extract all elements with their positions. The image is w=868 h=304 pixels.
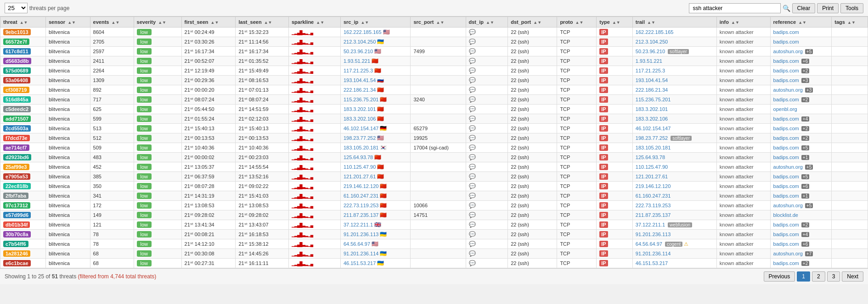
threat-badge[interactable]: 30b70c8a <box>3 231 31 238</box>
trail-link[interactable]: 91.201.236.114 <box>636 251 671 256</box>
trail-link[interactable]: 91.201.236.113 <box>636 232 671 237</box>
trail-link[interactable]: 115.236.75.201 <box>636 97 671 102</box>
trail-link[interactable]: 162.222.185.165 <box>636 29 674 35</box>
src-ip-link[interactable]: 125.64.93.78 <box>344 155 373 160</box>
dst-ip-comment-icon[interactable]: 💬 <box>469 48 476 55</box>
threat-badge[interactable]: 22ec818b <box>3 183 31 189</box>
trail-link[interactable]: 211.87.235.137 <box>636 212 671 218</box>
threat-badge[interactable]: 97c17312 <box>3 202 30 209</box>
src-ip-link[interactable]: 183.3.202.106 <box>344 116 376 122</box>
dst-ip-comment-icon[interactable]: 💬 <box>469 96 476 103</box>
col-src-port[interactable]: src_port ▲▼ <box>411 17 466 28</box>
reference-link[interactable]: badips.com <box>773 183 799 189</box>
trail-link[interactable]: 121.201.27.61 <box>636 174 668 179</box>
src-ip-link[interactable]: 183.3.202.101 <box>344 106 376 112</box>
src-ip-link[interactable]: 1.93.51.221 <box>344 58 370 64</box>
src-ip-link[interactable]: 193.104.41.54 <box>344 77 376 83</box>
src-ip-link[interactable]: 219.146.12.120 <box>344 183 378 189</box>
src-ip-link[interactable]: 115.236.75.201 <box>344 97 378 102</box>
src-ip-link[interactable]: 162.222.185.165 <box>344 29 382 35</box>
search-icon[interactable]: 🔍 <box>783 5 790 12</box>
reference-link[interactable]: badips.com <box>773 29 799 35</box>
threat-badge[interactable]: ae714cf7 <box>3 144 29 151</box>
threat-badge[interactable]: add71507 <box>3 116 31 122</box>
prev-button[interactable]: Previous <box>764 271 795 282</box>
dst-ip-comment-icon[interactable]: 💬 <box>469 87 476 93</box>
page-3-button[interactable]: 3 <box>827 271 840 282</box>
trail-link[interactable]: 222.186.21.34 <box>636 87 668 93</box>
dst-ip-comment-icon[interactable]: 💬 <box>469 116 476 122</box>
reference-link[interactable]: badips.com <box>773 232 799 237</box>
threat-badge[interactable]: f7dcd73e <box>3 135 30 141</box>
print-button[interactable]: Print <box>817 3 839 13</box>
search-input[interactable] <box>689 3 781 13</box>
col-reference[interactable]: reference ▲▼ <box>770 17 832 28</box>
trail-link[interactable]: 183.3.202.106 <box>636 116 668 122</box>
threat-badge[interactable]: 53a06408 <box>3 77 30 83</box>
reference-link[interactable]: badips.com <box>773 116 799 122</box>
trail-link[interactable]: 183.105.20.181 <box>636 145 671 150</box>
dst-ip-comment-icon[interactable]: 💬 <box>469 135 476 141</box>
dst-ip-comment-icon[interactable]: 💬 <box>469 29 476 35</box>
src-ip-link[interactable]: 121.201.27.61 <box>344 174 376 179</box>
trail-link[interactable]: 50.23.96.210 <box>636 49 665 54</box>
dst-ip-comment-icon[interactable]: 💬 <box>469 212 476 218</box>
reference-link[interactable]: autoshun.org <box>773 203 803 208</box>
threat-badge[interactable]: d5683d8b <box>3 58 31 64</box>
dst-ip-comment-icon[interactable]: 💬 <box>469 193 476 199</box>
col-first-seen[interactable]: first_seen ▲▼ <box>181 17 236 28</box>
reference-link[interactable]: badips.com <box>773 155 799 160</box>
threat-badge[interactable]: e7905a53 <box>3 173 30 180</box>
threat-badge[interactable]: db01b34f <box>3 221 30 228</box>
dst-ip-comment-icon[interactable]: 💬 <box>469 241 476 247</box>
reference-link[interactable]: badips.com <box>773 126 799 131</box>
col-dst-port[interactable]: dst_port ▲▼ <box>508 17 557 28</box>
trail-link[interactable]: 46.151.53.217 <box>636 260 668 266</box>
src-ip-link[interactable]: 46.102.154.147 <box>344 126 378 131</box>
reference-link[interactable]: blocklist.de <box>773 212 798 218</box>
reference-link[interactable]: badips.com <box>773 174 799 179</box>
dst-ip-comment-icon[interactable]: 💬 <box>469 231 476 238</box>
reference-link[interactable]: autoshun.org <box>773 251 803 256</box>
threat-badge[interactable]: 66572e7f <box>3 39 29 45</box>
src-ip-link[interactable]: 212.3.104.250 <box>344 39 376 44</box>
trail-link[interactable]: 1.93.51.221 <box>636 58 662 64</box>
trail-link[interactable]: 183.3.202.101 <box>636 106 668 112</box>
reference-link[interactable]: badips.com <box>773 260 799 266</box>
trail-link[interactable]: 193.104.41.54 <box>636 77 668 83</box>
reference-link[interactable]: autoshun.org <box>773 87 803 93</box>
dst-ip-comment-icon[interactable]: 💬 <box>469 260 476 266</box>
dst-ip-comment-icon[interactable]: 💬 <box>469 173 476 180</box>
reference-link[interactable]: badips.com <box>773 145 799 150</box>
tools-button[interactable]: Tools <box>840 3 863 13</box>
threat-badge[interactable]: c5deedc2 <box>3 106 31 112</box>
threat-badge[interactable]: 1a281246 <box>3 250 30 257</box>
threat-badge[interactable]: e57d99d6 <box>3 212 31 218</box>
dst-ip-comment-icon[interactable]: 💬 <box>469 58 476 64</box>
threat-badge[interactable]: 9ebc1013 <box>3 29 31 35</box>
col-info[interactable]: info ▲▼ <box>716 17 770 28</box>
reference-link[interactable]: badips.com <box>773 58 799 64</box>
src-ip-link[interactable]: 117.21.225.3 <box>344 68 373 73</box>
src-ip-link[interactable]: 183.105.20.181 <box>344 145 378 150</box>
trail-link[interactable]: 222.73.119.253 <box>636 203 671 208</box>
trail-link[interactable]: 64.56.64.97 <box>636 241 662 247</box>
trail-link[interactable]: 219.146.12.120 <box>636 183 671 189</box>
col-trail[interactable]: trail ▲▼ <box>632 17 716 28</box>
col-sparkline[interactable]: sparkline ▲▼ <box>288 17 340 28</box>
threat-badge[interactable]: 575d0689 <box>3 67 31 74</box>
dst-ip-comment-icon[interactable]: 💬 <box>469 67 476 74</box>
threat-badge[interactable]: 2fbf7aba <box>3 193 28 199</box>
trail-link[interactable]: 117.21.225.3 <box>636 68 665 73</box>
src-ip-link[interactable]: 37.122.211.1 <box>344 222 373 227</box>
reference-link[interactable]: autoshun.org <box>773 164 803 170</box>
threat-badge[interactable]: 617c8d11 <box>3 48 31 55</box>
threat-badge[interactable]: 2cd5503a <box>3 125 31 132</box>
src-ip-link[interactable]: 211.87.235.137 <box>344 212 378 218</box>
dst-ip-comment-icon[interactable]: 💬 <box>469 125 476 132</box>
trail-link[interactable]: 125.64.93.78 <box>636 155 665 160</box>
threat-badge[interactable]: d2923bd6 <box>3 154 31 160</box>
dst-ip-comment-icon[interactable]: 💬 <box>469 164 476 170</box>
trail-link[interactable]: 37.122.211.1 <box>636 222 665 227</box>
dst-ip-comment-icon[interactable]: 💬 <box>469 183 476 189</box>
